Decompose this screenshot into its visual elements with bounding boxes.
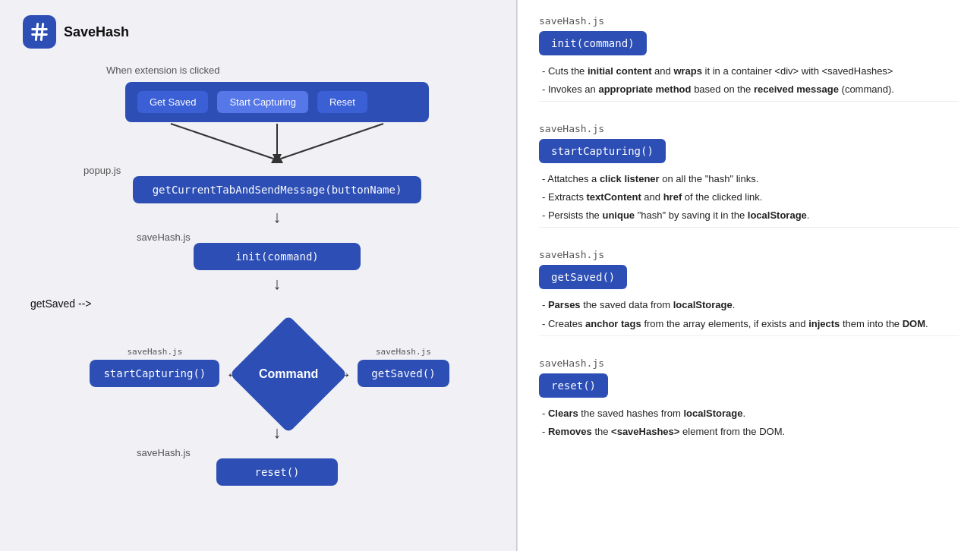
start-capturing-func-box: startCapturing() bbox=[90, 360, 219, 387]
flowchart: When extension is clicked Get Saved Star… bbox=[30, 64, 493, 486]
doc-desc-1: - Attatches a click listener on all the … bbox=[539, 171, 959, 224]
svg-line-0 bbox=[171, 124, 273, 159]
reset-section: saveHash.js reset() bbox=[61, 446, 493, 486]
left-panel: SaveHash When extension is clicked Get S… bbox=[0, 0, 516, 551]
reset-button[interactable]: Reset bbox=[317, 91, 367, 113]
button-row: Get Saved Start Capturing Reset bbox=[125, 82, 429, 122]
section-divider-0 bbox=[539, 101, 959, 102]
start-capturing-button[interactable]: Start Capturing bbox=[217, 91, 307, 113]
fan-arrows-svg bbox=[125, 122, 429, 164]
reset-func-box: reset() bbox=[216, 458, 338, 486]
logo-area: SaveHash bbox=[23, 15, 493, 49]
right-branch-label: saveHash.js bbox=[376, 347, 431, 357]
doc-sections: saveHash.jsinit(command)- Cuts the initi… bbox=[539, 15, 959, 440]
saveHash-label2: saveHash.js bbox=[137, 447, 191, 458]
saveHash-label1: saveHash.js bbox=[137, 231, 191, 243]
command-diamond-wrap: Command bbox=[247, 332, 330, 416]
section-divider-1 bbox=[539, 227, 959, 228]
doc-file-3: saveHash.js bbox=[539, 357, 959, 369]
arrow-down-3: ↓ bbox=[273, 423, 282, 442]
doc-file-0: saveHash.js bbox=[539, 15, 959, 27]
arrow-down-2: ↓ bbox=[273, 274, 282, 294]
popup-section: popup.js getCurrentTabAndSendMessage(but… bbox=[61, 164, 493, 203]
left-branch: saveHash.js startCapturing() bbox=[90, 347, 219, 387]
doc-section-0: saveHash.jsinit(command)- Cuts the initi… bbox=[539, 15, 959, 102]
section-divider-2 bbox=[539, 335, 959, 336]
app-title: SaveHash bbox=[64, 24, 129, 40]
popup-func-box: getCurrentTabAndSendMessage(buttonName) bbox=[133, 176, 421, 203]
arrow-down-1: ↓ bbox=[273, 207, 282, 227]
doc-func-3: reset() bbox=[539, 373, 608, 398]
doc-section-1: saveHash.jsstartCapturing()- Attatches a… bbox=[539, 123, 959, 228]
left-branch-label: saveHash.js bbox=[127, 347, 182, 357]
app-logo-icon bbox=[23, 15, 56, 49]
doc-file-1: saveHash.js bbox=[539, 123, 959, 134]
doc-section-2: saveHash.jsgetSaved()- Parses the saved … bbox=[539, 249, 959, 335]
get-saved-func-box: getSaved() bbox=[358, 360, 449, 387]
doc-file-2: saveHash.js bbox=[539, 249, 959, 260]
branch-row: saveHash.js startCapturing() ← Command →… bbox=[46, 317, 493, 416]
doc-desc-0: - Cuts the initial content and wraps it … bbox=[539, 63, 959, 98]
doc-desc-2: - Parses the saved data from localStorag… bbox=[539, 297, 959, 332]
doc-section-3: saveHash.jsreset()- Clears the saved has… bbox=[539, 357, 959, 440]
doc-func-2: getSaved() bbox=[539, 265, 627, 289]
init-section: saveHash.js init(command) bbox=[61, 231, 493, 270]
right-panel: saveHash.jsinit(command)- Cuts the initi… bbox=[517, 0, 980, 551]
command-text: Command bbox=[259, 367, 318, 381]
init-func-box: init(command) bbox=[194, 243, 361, 270]
trigger-label: When extension is clicked bbox=[106, 65, 220, 76]
doc-desc-3: - Clears the saved hashes from localStor… bbox=[539, 405, 959, 440]
command-diamond: Command bbox=[229, 315, 348, 433]
hashtag-icon bbox=[29, 21, 50, 43]
doc-func-1: startCapturing() bbox=[539, 139, 666, 163]
get-saved-button[interactable]: Get Saved bbox=[137, 91, 208, 113]
right-branch: saveHash.js getSaved() bbox=[358, 347, 449, 387]
svg-line-4 bbox=[281, 124, 383, 159]
popup-label: popup.js bbox=[84, 165, 121, 176]
doc-func-0: init(command) bbox=[539, 31, 647, 55]
